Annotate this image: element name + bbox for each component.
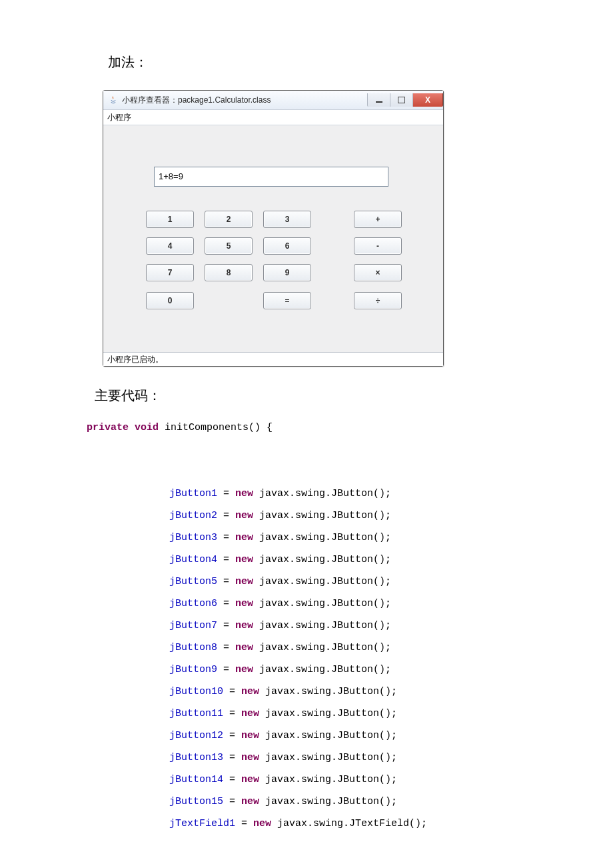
type-jbutton: javax.swing.JButton(); [253,642,391,653]
field-jButton11: jButton11 [169,708,223,719]
button-8[interactable]: 8 [205,264,253,281]
kw-new: new [235,488,253,499]
code-block: private void initComponents() { jButton1… [87,417,613,868]
type-jbutton: javax.swing.JButton(); [253,554,391,565]
kw-new: new [235,620,253,631]
type-jbutton: javax.swing.JButton(); [253,510,391,521]
button-5[interactable]: 5 [205,237,253,255]
client-area: 1+8=9 1 2 3 + 4 5 6 - 7 8 9 × 0 = ÷ [103,125,443,352]
menu-applet[interactable]: 小程序 [107,112,131,123]
button-minus[interactable]: - [354,237,402,255]
minimize-button[interactable] [367,93,390,107]
type-jbutton: javax.swing.JButton(); [253,576,391,587]
kw-new: new [235,532,253,543]
kw-new: new [241,752,259,763]
type-jbutton: javax.swing.JButton(); [259,730,397,741]
field-jButton13: jButton13 [169,752,223,763]
button-4[interactable]: 4 [146,237,194,255]
field-jButton1: jButton1 [169,488,217,499]
button-plus[interactable]: + [354,211,402,228]
field-jButton8: jButton8 [169,642,217,653]
java-icon [109,95,118,105]
type-jbutton: javax.swing.JButton(); [253,532,391,543]
kw-new: new [235,510,253,521]
field-jButton2: jButton2 [169,510,217,521]
field-jButton3: jButton3 [169,532,217,543]
button-divide[interactable]: ÷ [354,292,402,309]
type-jbutton: javax.swing.JButton(); [259,774,397,785]
window-controls: X [367,93,443,107]
kw-new: new [235,576,253,587]
field-jButton5: jButton5 [169,576,217,587]
window-title: 小程序查看器：package1.Calculator.class [122,95,367,106]
maximize-button[interactable] [390,93,412,107]
button-equals[interactable]: = [263,292,311,309]
kw-new: new [241,796,259,807]
type-jbutton: javax.swing.JButton(); [253,598,391,609]
field-jButton15: jButton15 [169,796,223,807]
close-button[interactable]: X [412,93,443,107]
titlebar: 小程序查看器：package1.Calculator.class X [103,91,443,110]
kw-new: new [253,818,271,829]
type-jbutton: javax.swing.JButton(); [259,796,397,807]
field-jButton9: jButton9 [169,664,217,675]
display-field[interactable]: 1+8=9 [154,167,388,187]
button-2[interactable]: 2 [205,211,253,228]
status-bar: 小程序已启动。 [103,352,443,366]
kw-new: new [241,774,259,785]
button-0[interactable]: 0 [146,292,194,309]
field-jButton10: jButton10 [169,686,223,697]
button-9[interactable]: 9 [263,264,311,281]
method-name: initComponents() { [159,422,273,433]
kw-new: new [235,664,253,675]
kw-new: new [235,598,253,609]
caption-addition: 加法： [108,53,613,71]
field-jButton12: jButton12 [169,730,223,741]
type-jbutton: javax.swing.JButton(); [253,620,391,631]
caption-code: 主要代码： [95,387,613,405]
type-jbutton: javax.swing.JButton(); [253,488,391,499]
field-jButton14: jButton14 [169,774,223,785]
kw-new: new [235,554,253,565]
field-jButton6: jButton6 [169,598,217,609]
button-3[interactable]: 3 [263,211,311,228]
button-7[interactable]: 7 [146,264,194,281]
field-jButton7: jButton7 [169,620,217,631]
button-1[interactable]: 1 [146,211,194,228]
kw-new: new [241,686,259,697]
field-jButton4: jButton4 [169,554,217,565]
applet-window: 小程序查看器：package1.Calculator.class X 小程序 1… [103,90,444,367]
kw-new: new [235,642,253,653]
type-jbutton: javax.swing.JButton(); [253,664,391,675]
type-jtextfield: javax.swing.JTextField(); [271,818,427,829]
type-jbutton: javax.swing.JButton(); [259,708,397,719]
kw-new: new [241,730,259,741]
kw-new: new [241,708,259,719]
button-multiply[interactable]: × [354,264,402,281]
type-jbutton: javax.swing.JButton(); [259,686,397,697]
kw-private-void: private void [87,422,159,433]
field-jTextField1: jTextField1 [169,818,235,829]
type-jbutton: javax.swing.JButton(); [259,752,397,763]
menu-bar: 小程序 [103,110,443,125]
button-6[interactable]: 6 [263,237,311,255]
